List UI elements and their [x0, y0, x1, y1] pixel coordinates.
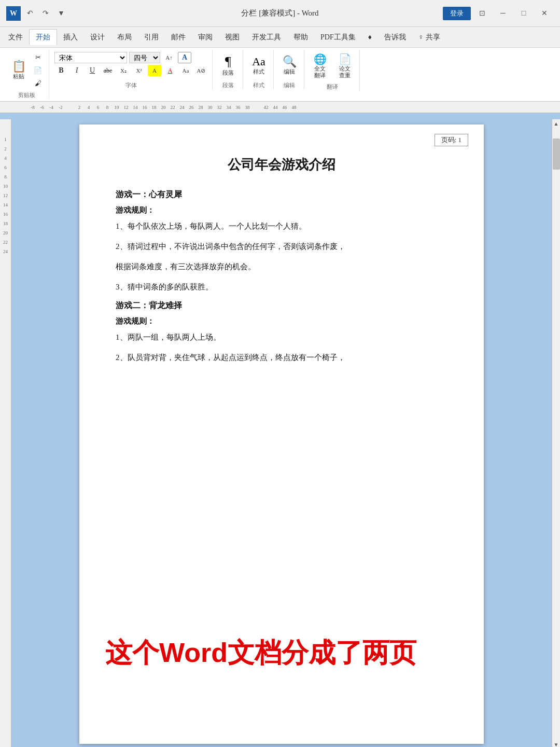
superscript-button[interactable]: X² — [132, 65, 146, 76]
menu-bar: 文件 开始 插入 设计 布局 引用 邮件 审阅 视图 开发工具 帮助 PDF工具… — [0, 27, 560, 48]
page-number-badge: 页码: 1 — [435, 134, 468, 146]
rule-1-1: 1、每个队依次上场，每队两人。一个人比划一个人猜。 — [116, 219, 447, 233]
menu-design[interactable]: 设计 — [84, 30, 111, 45]
page-container: 页码: 1 公司年会游戏介绍 游戏一：心有灵犀 游戏规则： 1、每个队依次上场，… — [11, 119, 552, 747]
full-translate-button[interactable]: 🌐 全文翻译 — [310, 52, 330, 81]
title-bar-left: W ↶ ↷ ▼ — [6, 6, 67, 21]
font-controls: 宋体 四号 A↑ A B I U abc X₂ X² A A Aa A⊘ — [54, 50, 208, 76]
paste-label: 粘贴 — [13, 73, 24, 80]
translate-label: 全文翻译 — [314, 65, 326, 79]
menu-help[interactable]: 帮助 — [287, 30, 314, 45]
minimize-button[interactable]: ─ — [494, 6, 512, 21]
menu-tell-me[interactable]: 告诉我 — [378, 30, 412, 45]
ribbon-group-paragraph: ¶ 段落 段落 — [214, 50, 243, 89]
ruler-marks: -8 -6 -4 -2 2 4 6 8 10 12 14 16 18 20 22… — [28, 105, 299, 110]
highlight-button[interactable]: A — [148, 65, 161, 76]
menu-share[interactable]: ♀ 共享 — [412, 30, 446, 45]
translate-content: 🌐 全文翻译 📄 论文查重 — [310, 50, 355, 81]
undo-button[interactable]: ↶ — [24, 7, 36, 20]
paragraph-button[interactable]: ¶ 段落 — [218, 53, 239, 78]
subscript-button[interactable]: X₂ — [117, 65, 130, 76]
style-group-label: 样式 — [253, 79, 264, 89]
format-painter-button[interactable]: 🖌 — [31, 78, 45, 89]
clipboard-content: 📋 粘贴 ✂ 📄 🖌 — [8, 50, 45, 89]
ribbon-group-translate: 🌐 全文翻译 📄 论文查重 翻译 — [305, 50, 360, 91]
font-name-select[interactable]: 宋体 — [54, 52, 127, 63]
redo-button[interactable]: ↷ — [39, 7, 52, 20]
ribbon-group-clipboard: 📋 粘贴 ✂ 📄 🖌 剪贴板 — [4, 50, 49, 99]
clear-format-button[interactable]: A⊘ — [194, 65, 208, 76]
menu-mailings[interactable]: 邮件 — [165, 30, 192, 45]
font-letter-button[interactable]: A — [178, 52, 191, 63]
underline-button[interactable]: U — [86, 65, 99, 76]
font-size-select[interactable]: 四号 — [129, 52, 160, 63]
copy-button[interactable]: 📄 — [31, 65, 45, 76]
font-size-aa[interactable]: Aa — [179, 65, 192, 76]
paste-icon: 📋 — [12, 61, 26, 72]
restore-button[interactable]: □ — [514, 6, 533, 21]
menu-insert[interactable]: 插入 — [57, 30, 84, 45]
paragraph-icon: ¶ — [225, 55, 231, 68]
italic-button[interactable]: I — [70, 65, 83, 76]
menu-file[interactable]: 文件 — [2, 30, 29, 45]
clipboard-label: 剪贴板 — [18, 89, 35, 99]
strikethrough-button[interactable]: abc — [101, 65, 115, 76]
paragraph-label: 段落 — [222, 70, 234, 76]
style-button[interactable]: Aa 样式 — [248, 54, 269, 77]
window-title: 分栏 [兼容模式] - Word — [241, 8, 318, 18]
vertical-scrollbar[interactable]: ▲ ▼ — [552, 119, 560, 747]
menu-review[interactable]: 审阅 — [192, 30, 219, 45]
menu-home[interactable]: 开始 — [29, 29, 57, 45]
translate-icon: 🌐 — [314, 54, 327, 64]
cut-button[interactable]: ✂ — [31, 52, 45, 63]
style-icon: Aa — [252, 56, 265, 67]
rules-title-1: 游戏规则： — [116, 205, 447, 215]
edit-label: 编辑 — [284, 68, 295, 75]
fullscreen-button[interactable]: ⊡ — [473, 6, 492, 21]
edit-group-label: 编辑 — [284, 79, 295, 89]
style-content: Aa 样式 — [248, 50, 269, 79]
ribbon-group-style: Aa 样式 样式 — [244, 50, 274, 89]
check-icon: 📄 — [339, 54, 352, 64]
paragraph-group-label: 段落 — [222, 79, 234, 89]
scroll-up-button[interactable]: ▲ — [552, 119, 560, 128]
section1-title: 游戏一：心有灵犀 — [116, 189, 447, 200]
edit-content: 🔍 编辑 — [279, 50, 300, 79]
rule-1-2b: 根据词条难度，有三次选择放弃的机会。 — [116, 260, 447, 274]
scroll-down-button[interactable]: ▼ — [552, 740, 560, 747]
ribbon-group-edit: 🔍 编辑 编辑 — [275, 50, 304, 89]
font-row2: B I U abc X₂ X² A A Aa A⊘ — [54, 65, 208, 76]
menu-references[interactable]: 引用 — [138, 30, 165, 45]
font-size-increase-button[interactable]: A↑ — [162, 52, 176, 63]
menu-view[interactable]: 视图 — [219, 30, 246, 45]
edit-button[interactable]: 🔍 编辑 — [279, 54, 300, 77]
bold-button[interactable]: B — [54, 65, 68, 76]
ribbon: 📋 粘贴 ✂ 📄 🖌 剪贴板 宋体 四号 A↑ A — [0, 48, 560, 102]
rules-title-2: 游戏规则： — [116, 316, 447, 326]
login-button[interactable]: 登录 — [443, 7, 471, 20]
font-color-button[interactable]: A — [163, 65, 177, 76]
document-area: 1 2 4 6 8 10 12 14 16 18 20 22 24 页码: 1 … — [0, 113, 560, 747]
font-label: 字体 — [125, 79, 137, 89]
font-row1: 宋体 四号 A↑ A — [54, 52, 208, 63]
horizontal-ruler: -8 -6 -4 -2 2 4 6 8 10 12 14 16 18 20 22… — [0, 102, 560, 113]
overlay-annotation: 这个Word文档分成了两页 — [105, 635, 416, 671]
rule-2-2: 2、队员背对背，夹住气球，从起点运到终点，终点放有一个椅子， — [116, 351, 447, 365]
rule-1-3: 3、猜中词条的多的队获胜。 — [116, 280, 447, 294]
menu-layout[interactable]: 布局 — [111, 30, 138, 45]
paper-check-button[interactable]: 📄 论文查重 — [334, 52, 355, 81]
app-icon: W — [6, 6, 21, 21]
menu-diamond[interactable]: ♦ — [362, 30, 378, 45]
close-button[interactable]: ✕ — [535, 6, 554, 21]
document-page: 页码: 1 公司年会游戏介绍 游戏一：心有灵犀 游戏规则： 1、每个队依次上场，… — [79, 125, 484, 744]
menu-devtools[interactable]: 开发工具 — [246, 30, 287, 45]
vertical-ruler: 1 2 4 6 8 10 12 14 16 18 20 22 24 — [0, 119, 11, 747]
paste-button[interactable]: 📋 粘贴 — [8, 59, 29, 82]
scroll-thumb[interactable] — [553, 139, 560, 170]
translate-group-label: 翻译 — [327, 81, 338, 91]
style-label: 样式 — [253, 68, 264, 75]
ribbon-group-font: 宋体 四号 A↑ A B I U abc X₂ X² A A Aa A⊘ — [50, 50, 213, 89]
rule-2-1: 1、两队一组，每队两人上场。 — [116, 330, 447, 344]
menu-pdf[interactable]: PDF工具集 — [314, 30, 362, 45]
quick-access-button[interactable]: ▼ — [55, 7, 67, 20]
